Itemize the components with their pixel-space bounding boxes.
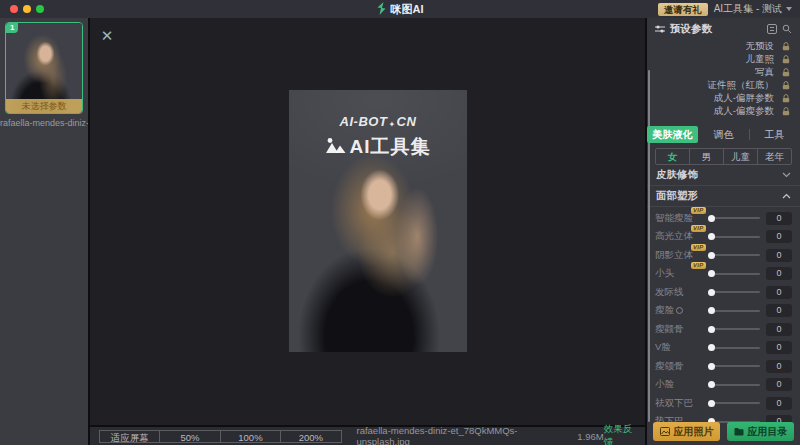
watermark-brand-right: CN bbox=[397, 114, 417, 129]
slider-handle[interactable] bbox=[708, 270, 715, 277]
statusbar: 适应屏幕 50% 100% 200% rafaella-mendes-diniz… bbox=[88, 425, 645, 445]
file-size: 1.96M bbox=[577, 431, 603, 442]
slider-value[interactable]: 0 bbox=[766, 249, 792, 262]
section-skin-retouch[interactable]: 皮肤修饰 bbox=[647, 165, 800, 186]
workspace-label: AI工具集 - 测试 bbox=[714, 2, 782, 16]
slider-list: VIP 智能瘦脸 0 VIP 高光立体 0 VIP 阴影立体 0 VIP 小头 bbox=[647, 207, 800, 431]
slider-handle[interactable] bbox=[708, 233, 715, 240]
slider-handle[interactable] bbox=[708, 381, 715, 388]
apply-photo-button[interactable]: 应用照片 bbox=[653, 422, 720, 441]
slider-value[interactable]: 0 bbox=[766, 378, 792, 391]
gender-male[interactable]: 男 bbox=[689, 149, 723, 164]
slider-value[interactable]: 0 bbox=[766, 304, 792, 317]
preset-search-icon[interactable] bbox=[782, 24, 792, 34]
slider-track[interactable] bbox=[709, 365, 760, 367]
slider-value[interactable]: 0 bbox=[766, 286, 792, 299]
photo-preview: AI-BOT✦CN AI工具集 bbox=[289, 90, 467, 352]
close-window-button[interactable] bbox=[10, 5, 18, 13]
thumbnail-status-badge: 未选择参数 bbox=[6, 99, 82, 113]
vip-badge: VIP bbox=[691, 225, 706, 232]
zoom-100-button[interactable]: 100% bbox=[220, 430, 281, 443]
minimize-window-button[interactable] bbox=[23, 5, 31, 13]
vip-badge: VIP bbox=[691, 262, 706, 269]
watermark-brand2-label: AI工具集 bbox=[350, 134, 431, 160]
vip-badge: VIP bbox=[691, 207, 706, 214]
window-controls bbox=[10, 5, 44, 13]
slider-handle[interactable] bbox=[708, 307, 715, 314]
gender-female[interactable]: 女 bbox=[656, 149, 689, 164]
lock-icon bbox=[782, 68, 790, 77]
slider-value[interactable]: 0 bbox=[766, 341, 792, 354]
slider-track[interactable] bbox=[709, 402, 760, 404]
preset-item[interactable]: 成人-偏胖参数 bbox=[647, 92, 800, 105]
slider-handle[interactable] bbox=[708, 289, 715, 296]
preset-item[interactable]: 成人-偏瘦参数 bbox=[647, 105, 800, 118]
zoom-window-button[interactable] bbox=[36, 5, 44, 13]
photo-icon bbox=[660, 427, 670, 436]
slider-handle[interactable] bbox=[708, 326, 715, 333]
slider-track[interactable] bbox=[709, 273, 760, 275]
slider-row-highlight: VIP 高光立体 0 bbox=[655, 229, 792, 244]
watermark-line2: AI工具集 bbox=[289, 134, 467, 160]
section-face-shaping[interactable]: 面部塑形 bbox=[647, 186, 800, 207]
slider-value[interactable]: 0 bbox=[766, 230, 792, 243]
slider-track[interactable] bbox=[709, 236, 760, 238]
sparkle-icon: ✦ bbox=[387, 120, 396, 129]
slider-row-jawbone: 瘦颌骨 0 bbox=[655, 359, 792, 374]
invite-reward-button[interactable]: 邀请有礼 bbox=[658, 3, 708, 16]
gender-elder[interactable]: 老年 bbox=[757, 149, 791, 164]
preset-item[interactable]: 无预设 bbox=[647, 40, 800, 53]
slider-row-smart-slim-face: VIP 智能瘦脸 0 bbox=[655, 211, 792, 226]
chevron-up-icon bbox=[782, 193, 791, 199]
preset-header: 预设参数 bbox=[647, 18, 800, 40]
slider-handle[interactable] bbox=[708, 252, 715, 259]
workspace-dropdown[interactable]: AI工具集 - 测试 bbox=[714, 2, 792, 16]
tab-tools[interactable]: 工具 bbox=[749, 126, 800, 143]
panel-actions: 应用照片 应用目录 bbox=[653, 422, 794, 441]
app-title-label: 咪图AI bbox=[391, 2, 424, 17]
tune-icon bbox=[655, 24, 665, 34]
fit-screen-button[interactable]: 适应屏幕 bbox=[99, 430, 160, 443]
close-image-button[interactable]: ✕ bbox=[98, 27, 116, 45]
feedback-link[interactable]: 效果反馈 bbox=[604, 423, 639, 445]
zoom-200-button[interactable]: 200% bbox=[280, 430, 341, 443]
slider-value[interactable]: 0 bbox=[766, 360, 792, 373]
titlebar: 咪图AI 邀请有礼 AI工具集 - 测试 bbox=[0, 0, 800, 18]
zoom-50-button[interactable]: 50% bbox=[159, 430, 220, 443]
slider-value[interactable]: 0 bbox=[766, 212, 792, 225]
slider-row-small-face: 小脸 0 bbox=[655, 377, 792, 392]
slider-handle[interactable] bbox=[708, 215, 715, 222]
slider-value[interactable]: 0 bbox=[766, 267, 792, 280]
photo-list-sidebar: 1 未选择参数 rafaella-mendes-diniz-... bbox=[0, 18, 88, 445]
photo-thumbnail-card[interactable]: 1 未选择参数 bbox=[5, 22, 83, 114]
slider-value[interactable]: 0 bbox=[766, 397, 792, 410]
slider-handle[interactable] bbox=[708, 363, 715, 370]
preset-manage-icon[interactable] bbox=[767, 24, 777, 34]
slider-track[interactable] bbox=[709, 328, 760, 330]
tab-beauty-liquify[interactable]: 美肤液化 bbox=[647, 126, 698, 143]
slider-track[interactable] bbox=[709, 384, 760, 386]
chevron-down-icon bbox=[782, 172, 791, 178]
folder-icon bbox=[734, 427, 744, 436]
chevron-down-icon bbox=[786, 7, 792, 11]
tab-color-grading[interactable]: 调色 bbox=[698, 126, 749, 143]
panel-scrollbar[interactable] bbox=[648, 70, 650, 422]
preset-item[interactable]: 写真 bbox=[647, 66, 800, 79]
slider-row-remove-double-chin: 祛双下巴 0 bbox=[655, 396, 792, 411]
slider-value[interactable]: 0 bbox=[766, 323, 792, 336]
slider-handle[interactable] bbox=[708, 344, 715, 351]
preset-item[interactable]: 证件照（红底） bbox=[647, 79, 800, 92]
slider-track[interactable] bbox=[709, 217, 760, 219]
apply-directory-button[interactable]: 应用目录 bbox=[727, 422, 794, 441]
app-window: 咪图AI 邀请有礼 AI工具集 - 测试 1 未选择参数 rafaella-me… bbox=[0, 0, 800, 445]
slider-track[interactable] bbox=[709, 291, 760, 293]
slider-track[interactable] bbox=[709, 310, 760, 312]
preset-item[interactable]: 儿童照 bbox=[647, 53, 800, 66]
gender-child[interactable]: 儿童 bbox=[723, 149, 757, 164]
slider-track[interactable] bbox=[709, 254, 760, 256]
slider-track[interactable] bbox=[709, 347, 760, 349]
settings-panel: 预设参数 无预设 儿童照 写真 证件照（红底） bbox=[645, 18, 800, 445]
slider-handle[interactable] bbox=[708, 400, 715, 407]
lock-icon bbox=[782, 42, 790, 51]
vip-badge: VIP bbox=[691, 244, 706, 251]
